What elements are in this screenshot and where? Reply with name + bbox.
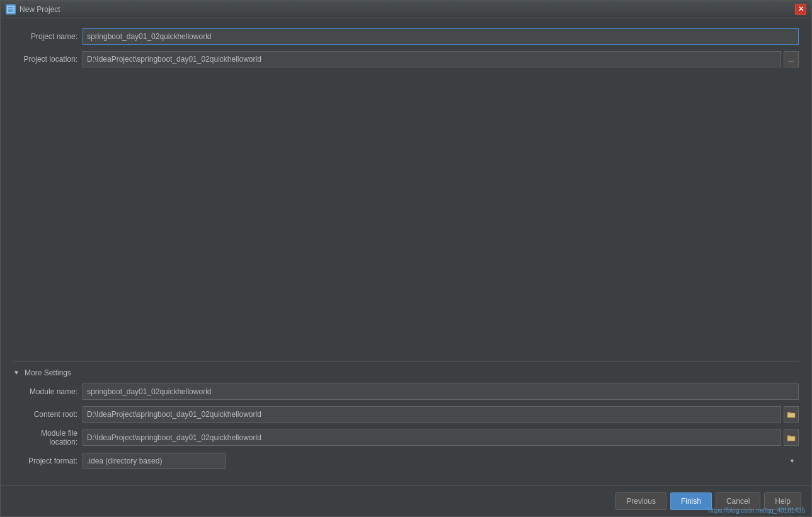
- more-settings-header[interactable]: ▼ More Settings: [13, 368, 799, 377]
- project-location-row: Project location: ...: [13, 51, 799, 67]
- project-location-label: Project location:: [13, 55, 83, 64]
- project-name-input-wrapper: [83, 28, 799, 45]
- svg-rect-0: [8, 6, 14, 13]
- module-name-label: Module name:: [13, 387, 83, 396]
- project-format-select-wrapper: .idea (directory based) Eclipse (.classp…: [83, 453, 799, 469]
- module-name-input-wrapper: [83, 383, 799, 400]
- folder-icon-2: [787, 434, 796, 441]
- content-root-row: Content root:: [13, 406, 799, 423]
- dialog-footer: Previous Finish Cancel Help https://blog…: [1, 486, 811, 516]
- dialog-content: Project name: Project location: ... ▼ Mo…: [1, 18, 811, 486]
- title-bar: New Project ✕: [1, 1, 811, 18]
- title-bar-icon: [6, 4, 16, 14]
- project-name-label: Project name:: [13, 32, 83, 41]
- project-format-label: Project format:: [13, 457, 83, 465]
- more-settings-section: ▼ More Settings Module name: Content roo…: [13, 361, 799, 475]
- content-root-input-wrapper: [83, 406, 799, 423]
- content-root-label: Content root:: [13, 410, 83, 419]
- close-button[interactable]: ✕: [795, 4, 806, 15]
- content-spacer: [13, 74, 799, 355]
- more-settings-label: More Settings: [25, 368, 71, 377]
- project-location-input[interactable]: [83, 51, 781, 67]
- title-bar-text: New Project: [20, 5, 795, 14]
- project-format-select[interactable]: .idea (directory based) Eclipse (.classp…: [83, 453, 226, 469]
- project-format-row: Project format: .idea (directory based) …: [13, 453, 799, 469]
- module-file-location-row: Module file location:: [13, 429, 799, 446]
- project-name-row: Project name:: [13, 28, 799, 45]
- module-name-row: Module name:: [13, 383, 799, 400]
- project-location-input-wrapper: ...: [83, 51, 799, 67]
- content-root-browse-button[interactable]: [784, 406, 799, 423]
- project-location-browse-button[interactable]: ...: [784, 51, 799, 67]
- project-name-input[interactable]: [83, 28, 799, 45]
- collapse-arrow-icon: ▼: [13, 369, 21, 377]
- footer-link[interactable]: https://blog.csdn.net/qq_40181435: [709, 507, 805, 514]
- module-file-location-browse-button[interactable]: [784, 429, 799, 446]
- previous-button[interactable]: Previous: [615, 492, 666, 510]
- module-file-location-input[interactable]: [83, 429, 781, 446]
- finish-button[interactable]: Finish: [670, 492, 712, 510]
- folder-icon: [787, 411, 796, 418]
- new-project-dialog: New Project ✕ Project name: Project loca…: [0, 0, 812, 517]
- module-file-location-input-wrapper: [83, 429, 799, 446]
- module-name-input[interactable]: [83, 383, 799, 400]
- project-format-input-wrapper: .idea (directory based) Eclipse (.classp…: [83, 453, 799, 469]
- content-root-input[interactable]: [83, 406, 781, 423]
- module-file-location-label: Module file location:: [13, 429, 83, 446]
